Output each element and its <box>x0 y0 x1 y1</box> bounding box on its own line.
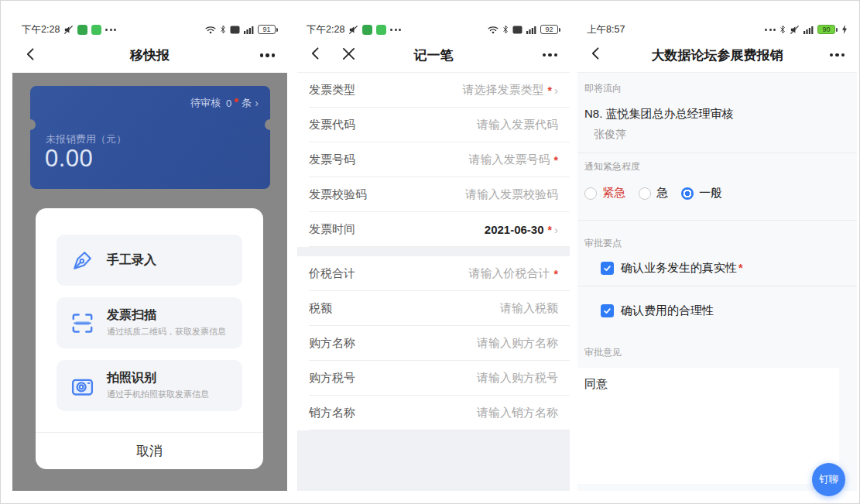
approval-point-checkbox[interactable]: 确认费用的合理性 <box>601 303 714 318</box>
form-row-价税合计[interactable]: 价税合计请输入价税合计* <box>297 256 570 291</box>
cancel-button[interactable]: 取消 <box>36 433 263 469</box>
opinion-textarea[interactable]: 同意 <box>577 368 839 484</box>
form-row-销方名称[interactable]: 销方名称请输入销方名称 <box>297 396 570 430</box>
charging-icon <box>841 25 848 34</box>
form-row-税额[interactable]: 税额请输入税额 <box>297 291 570 326</box>
red-dot-badge <box>235 98 238 102</box>
approval-form: 即将流向 N8. 蓝悦集团总办总经理审核 张俊萍 通知紧急程度 紧急急一般 审批… <box>577 73 857 491</box>
checkbox-icon[interactable] <box>601 262 614 275</box>
expense-summary-card[interactable]: 待审核 0 条 › 未报销费用（元） 0.00 <box>30 86 270 189</box>
option-subtitle: 通过手机拍照获取发票信息 <box>107 389 209 400</box>
urgency-radio-紧急[interactable]: 紧急 <box>584 186 625 201</box>
volte-badge-icon <box>512 26 523 34</box>
status-time: 下午2:28 <box>307 23 344 36</box>
bluetooth-icon <box>220 25 226 34</box>
camera-icon <box>70 373 95 399</box>
battery-icon: 90 <box>817 25 835 34</box>
field-label: 发票时间 <box>309 222 355 237</box>
signal-icon <box>526 26 536 34</box>
back-icon[interactable] <box>588 46 604 64</box>
sheet-option-invoice-scan[interactable]: 发票扫描通过纸质二维码，获取发票信息 <box>57 297 242 348</box>
field-label: 发票类型 <box>309 83 355 98</box>
chevron-right-icon: › <box>255 97 259 109</box>
points-section-label: 审批要点 <box>584 237 622 250</box>
close-icon[interactable] <box>342 47 355 63</box>
page-title: 大数据论坛参展费报销 <box>652 46 783 64</box>
radio-label: 急 <box>656 186 668 201</box>
pending-review-link[interactable]: 待审核 0 条 › <box>190 96 259 110</box>
form-row-发票号码[interactable]: 发票号码请输入发票号码* <box>297 142 570 177</box>
more-menu-icon[interactable] <box>830 53 845 57</box>
field-label: 发票校验码 <box>309 187 367 202</box>
flow-approver-name: 张俊萍 <box>594 128 626 142</box>
pending-count: 0 <box>226 98 231 109</box>
sheet-option-photo-recognize[interactable]: 拍照识别通过手机拍照获取发票信息 <box>57 360 242 411</box>
form-row-购方名称[interactable]: 购方名称请输入购方名称 <box>297 326 570 361</box>
app-notification-icon <box>376 25 386 35</box>
radio-icon[interactable] <box>681 187 694 200</box>
field-placeholder: 请输入发票代码 <box>477 118 558 132</box>
radio-icon[interactable] <box>639 187 651 200</box>
nav-bar: 大数据论坛参展费报销 <box>577 38 857 73</box>
pen-icon <box>70 248 95 273</box>
field-label: 价税合计 <box>309 266 355 281</box>
more-menu-icon[interactable] <box>260 53 276 57</box>
page-title: 记一笔 <box>414 46 454 64</box>
status-more-icon <box>105 29 116 31</box>
divider <box>577 286 857 286</box>
status-time: 上午8:57 <box>587 23 625 36</box>
required-asterisk: * <box>548 224 552 236</box>
option-subtitle: 通过纸质二维码，获取发票信息 <box>107 326 226 338</box>
back-icon[interactable] <box>23 46 39 65</box>
divider <box>577 153 857 153</box>
field-placeholder: 请输入购方税号 <box>477 371 558 386</box>
sheet-option-manual-entry[interactable]: 手工录入 <box>57 235 242 286</box>
status-bar: 下午2:28 92 <box>297 16 570 38</box>
page-title: 移快报 <box>130 46 170 64</box>
option-title: 拍照识别 <box>107 371 209 385</box>
form-row-发票校验码[interactable]: 发票校验码请输入发票校验码 <box>297 177 570 212</box>
required-asterisk: * <box>738 262 742 274</box>
mute-icon <box>63 25 74 35</box>
flow-node-name: N8. 蓝悦集团总办总经理审核 <box>584 107 734 122</box>
app-notification-icon <box>362 25 372 35</box>
battery-level: 91 <box>262 26 270 33</box>
field-value: 2021-06-30 <box>485 223 544 236</box>
wifi-icon <box>488 26 499 34</box>
field-placeholder: 请选择发票类型 <box>463 83 544 98</box>
field-label: 购方税号 <box>309 371 355 386</box>
chevron-right-icon: › <box>554 223 558 236</box>
form-row-发票类型[interactable]: 发票类型请选择发票类型*› <box>297 73 570 108</box>
urgency-radio-group: 紧急急一般 <box>584 186 722 201</box>
more-menu-icon[interactable] <box>543 53 558 57</box>
option-title: 手工录入 <box>107 253 156 267</box>
app-notification-icon <box>77 25 87 35</box>
dingtalk-chat-button[interactable]: 钉聊 <box>812 463 845 496</box>
approval-point-checkbox[interactable]: 确认业务发生的真实性* <box>601 261 742 276</box>
back-icon[interactable] <box>308 46 324 64</box>
status-time: 下午2:28 <box>22 23 60 36</box>
dimmed-backdrop[interactable]: 待审核 0 条 › 未报销费用（元） 0.00 手工录入发票扫描通过纸质二维码，… <box>12 73 287 491</box>
form-row-发票时间[interactable]: 发票时间2021-06-30*› <box>297 212 570 247</box>
checkbox-icon[interactable] <box>601 304 614 317</box>
urgency-radio-一般[interactable]: 一般 <box>681 186 722 201</box>
radio-label: 紧急 <box>602 186 625 201</box>
bluetooth-icon <box>502 25 509 34</box>
required-asterisk: * <box>554 268 558 280</box>
field-label: 税额 <box>309 301 332 316</box>
field-placeholder: 请输入销方名称 <box>477 406 558 420</box>
form-row-购方税号[interactable]: 购方税号请输入购方税号 <box>297 361 570 396</box>
radio-icon[interactable] <box>584 187 597 200</box>
mute-icon <box>790 25 800 35</box>
wifi-icon <box>205 26 216 34</box>
app-notification-icon <box>91 25 101 35</box>
field-label: 发票代码 <box>309 118 355 132</box>
mute-icon <box>348 25 358 35</box>
signal-icon <box>244 26 254 34</box>
field-placeholder: 请输入发票校验码 <box>465 187 558 202</box>
field-label: 购方名称 <box>309 336 355 351</box>
form-row-发票代码[interactable]: 发票代码请输入发票代码 <box>297 108 570 142</box>
nav-bar: 记一笔 <box>297 38 570 73</box>
field-placeholder: 请输入价税合计 <box>469 266 550 281</box>
urgency-radio-急[interactable]: 急 <box>639 186 668 201</box>
